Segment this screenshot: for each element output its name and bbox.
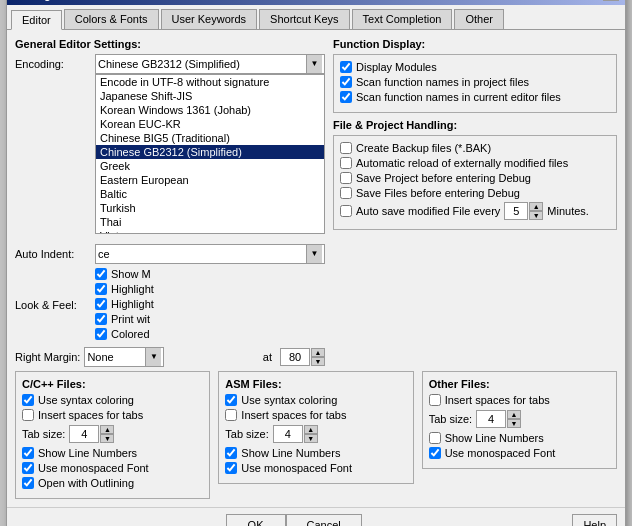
auto-save-up[interactable]: ▲ [529,202,543,211]
right-margin-row: Right Margin: None ▼ at ▲ ▼ [15,347,325,367]
at-value-input[interactable] [280,348,310,366]
other-title: Other Files: [429,378,610,390]
encoding-option-7[interactable]: Eastern European [96,173,324,187]
asm-check2-1[interactable] [225,462,237,474]
fp-check-3[interactable] [340,187,352,199]
encoding-option-1[interactable]: Japanese Shift-JIS [96,89,324,103]
other-tab-label: Tab size: [429,413,472,425]
cpp-check-0[interactable] [22,394,34,406]
encoding-dropdown-container: Chinese GB2312 (Simplified) ▼ Encode in … [95,54,325,74]
main-content: General Editor Settings: Encoding: Chine… [7,30,625,507]
configuration-window: Configuration ✕ Editor Colors & Fonts Us… [6,0,626,526]
fp-cb-0: Create Backup files (*.BAK) [340,142,610,154]
cpp-tab-input[interactable] [69,425,99,443]
look-feel-check-2[interactable] [95,298,107,310]
right-margin-label: Right Margin: [15,351,80,363]
right-margin-dropdown: None ▼ [84,347,254,367]
file-project-box: Create Backup files (*.BAK) Automatic re… [333,135,617,230]
encoding-option-8[interactable]: Baltic [96,187,324,201]
asm-tab-down[interactable]: ▼ [304,434,318,443]
auto-save-input[interactable] [504,202,528,220]
cpp-check-1[interactable] [22,409,34,421]
auto-indent-selected[interactable]: ce ▼ [95,244,325,264]
encoding-list[interactable]: Encode in UTF-8 without signature Japane… [95,74,325,234]
fd-cb-1: Scan function names in project files [340,76,610,88]
cancel-button[interactable]: Cancel [286,514,362,527]
look-feel-check-0[interactable] [95,268,107,280]
asm-check2-0[interactable] [225,447,237,459]
asm-check-0[interactable] [225,394,237,406]
right-margin-arrow[interactable]: ▼ [145,348,161,366]
tab-shortcut-keys[interactable]: Shortcut Keys [259,9,349,29]
encoding-option-5[interactable]: Chinese GB2312 (Simplified) [96,145,324,159]
other-tab-input[interactable] [476,410,506,428]
auto-save-down[interactable]: ▼ [529,211,543,220]
look-feel-check-4[interactable] [95,328,107,340]
fp-check-4[interactable] [340,205,352,217]
top-section: General Editor Settings: Encoding: Chine… [15,38,617,367]
other-files-section: Other Files: Insert spaces for tabs Tab … [422,371,617,499]
fd-check-0[interactable] [340,61,352,73]
encoding-option-11[interactable]: Vietnamese [96,229,324,234]
function-display-section: Function Display: Display Modules Scan f… [333,38,617,367]
encoding-label: Encoding: [15,58,95,70]
tab-bar: Editor Colors & Fonts User Keywords Shor… [7,5,625,30]
asm-box: ASM Files: Use syntax coloring Insert sp… [218,371,413,484]
tab-other[interactable]: Other [454,9,504,29]
asm-title: ASM Files: [225,378,406,390]
cpp-check2-0[interactable] [22,447,34,459]
encoding-selected[interactable]: Chinese GB2312 (Simplified) ▼ [95,54,325,74]
encoding-option-9[interactable]: Turkish [96,201,324,215]
other-cb-0: Insert spaces for tabs [429,394,610,406]
fp-check-0[interactable] [340,142,352,154]
encoding-option-10[interactable]: Thai [96,215,324,229]
other-check2-0[interactable] [429,432,441,444]
look-feel-row: Look & Feel: Show M Highlight Highlig [15,268,325,343]
cpp-tab-down[interactable]: ▼ [100,434,114,443]
other-check2-1[interactable] [429,447,441,459]
cpp-cb-0: Use syntax coloring [22,394,203,406]
tab-colors-fonts[interactable]: Colors & Fonts [64,9,159,29]
other-check-0[interactable] [429,394,441,406]
encoding-option-6[interactable]: Greek [96,159,324,173]
asm-tab-input[interactable] [273,425,303,443]
other-tab-spin-buttons: ▲ ▼ [507,410,521,428]
tab-user-keywords[interactable]: User Keywords [161,9,258,29]
encoding-option-2[interactable]: Korean Windows 1361 (Johab) [96,103,324,117]
fd-check-2[interactable] [340,91,352,103]
asm-tab-row: Tab size: ▲ ▼ [225,425,406,443]
right-margin-selected[interactable]: None ▼ [84,347,164,367]
function-display-title: Function Display: [333,38,617,50]
cpp-check2-2[interactable] [22,477,34,489]
cpp-tab-row: Tab size: ▲ ▼ [22,425,203,443]
close-button[interactable]: ✕ [603,0,619,1]
cpp-check2-1[interactable] [22,462,34,474]
look-feel-cb-0: Show M [95,268,154,280]
fp-check-2[interactable] [340,172,352,184]
other-box: Other Files: Insert spaces for tabs Tab … [422,371,617,469]
tab-text-completion[interactable]: Text Completion [352,9,453,29]
encoding-option-3[interactable]: Korean EUC-KR [96,117,324,131]
encoding-arrow[interactable]: ▼ [306,55,322,73]
fd-check-1[interactable] [340,76,352,88]
other-tab-down[interactable]: ▼ [507,419,521,428]
encoding-option-4[interactable]: Chinese BIG5 (Traditional) [96,131,324,145]
look-feel-label: Look & Feel: [15,299,95,311]
tab-editor[interactable]: Editor [11,10,62,30]
at-spin: ▲ ▼ [280,348,325,366]
look-feel-check-3[interactable] [95,313,107,325]
at-spin-up[interactable]: ▲ [311,348,325,357]
auto-indent-arrow[interactable]: ▼ [306,245,322,263]
ok-button[interactable]: OK [226,514,286,527]
at-spin-down[interactable]: ▼ [311,357,325,366]
help-button[interactable]: Help [572,514,617,527]
asm-tab-up[interactable]: ▲ [304,425,318,434]
auto-indent-label: Auto Indent: [15,248,95,260]
fp-check-1[interactable] [340,157,352,169]
other-tab-up[interactable]: ▲ [507,410,521,419]
look-feel-check-1[interactable] [95,283,107,295]
cpp-tab-up[interactable]: ▲ [100,425,114,434]
encoding-option-0[interactable]: Encode in UTF-8 without signature [96,75,324,89]
fp-cb-3: Save Files before entering Debug [340,187,610,199]
asm-check-1[interactable] [225,409,237,421]
